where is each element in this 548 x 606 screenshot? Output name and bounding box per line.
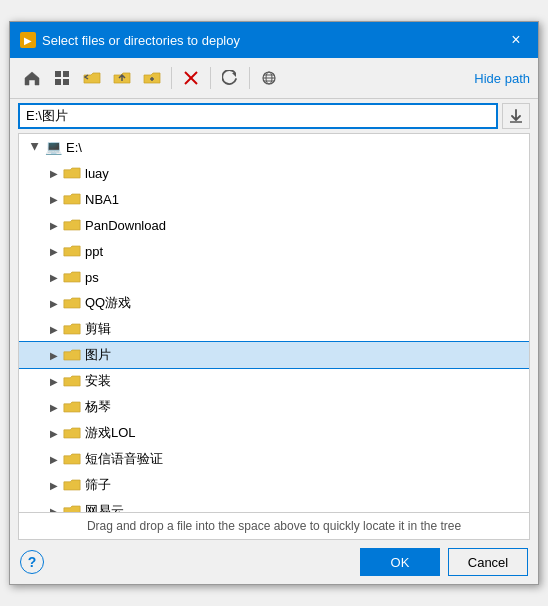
tree-label-duanxin: 短信语音验证 (85, 450, 163, 468)
svg-rect-2 (55, 79, 61, 85)
close-button[interactable]: × (504, 28, 528, 52)
refresh-button[interactable] (216, 64, 244, 92)
folder-icon-yangqin (63, 400, 81, 414)
tree-label-qq-games: QQ游戏 (85, 294, 131, 312)
tree-item-qq-games[interactable]: ▶ QQ游戏 (19, 290, 529, 316)
chevron-youxi-lol[interactable]: ▶ (45, 424, 63, 442)
folder-icon-ppt (63, 244, 81, 258)
folder-icon-ps (63, 270, 81, 284)
tree-item-ppt[interactable]: ▶ ppt (19, 238, 529, 264)
tree-item-tupian[interactable]: ▶ 图片 (19, 342, 529, 368)
chevron-yangqin[interactable]: ▶ (45, 398, 63, 416)
title-bar: ▶ Select files or directories to deploy … (10, 22, 538, 58)
folder-icon-jianji (63, 322, 81, 336)
hide-path-button[interactable]: Hide path (474, 71, 530, 86)
footer: ? OK Cancel (10, 540, 538, 584)
folder-icon-shazi (63, 478, 81, 492)
folder-icon-luay (63, 166, 81, 180)
network-button[interactable] (255, 64, 283, 92)
svg-rect-0 (55, 71, 61, 77)
tree-label-nba1: NBA1 (85, 192, 119, 207)
chevron-ps[interactable]: ▶ (45, 268, 63, 286)
chevron-e-drive[interactable]: ▶ (27, 138, 45, 156)
folder-icon-youxi-lol (63, 426, 81, 440)
tree-label-luay: luay (85, 166, 109, 181)
tree-item-e-drive[interactable]: ▶ 💻 E:\ (19, 134, 529, 160)
app-icon: ▶ (20, 32, 36, 48)
title-bar-left: ▶ Select files or directories to deploy (20, 32, 240, 48)
tree-item-luay[interactable]: ▶ luay (19, 160, 529, 186)
chevron-anzhuang[interactable]: ▶ (45, 372, 63, 390)
drag-hint: Drag and drop a file into the space abov… (18, 513, 530, 540)
tree-label-wangyiyun: 网易云 (85, 502, 124, 513)
grid-button[interactable] (48, 64, 76, 92)
path-bar (10, 99, 538, 133)
tree-label-jianji: 剪辑 (85, 320, 111, 338)
dialog: ▶ Select files or directories to deploy … (9, 21, 539, 585)
file-tree[interactable]: ▶ 💻 E:\ ▶ luay ▶ NBA1 ▶ PanDownload (18, 133, 530, 513)
separator-2 (210, 67, 211, 89)
folder-icon-wangyiyun (63, 504, 81, 513)
tree-item-yangqin[interactable]: ▶ 杨琴 (19, 394, 529, 420)
folder-icon-nba1 (63, 192, 81, 206)
tree-label-ppt: ppt (85, 244, 103, 259)
folder-icon-pandownload (63, 218, 81, 232)
tree-label-pandownload: PanDownload (85, 218, 166, 233)
tree-label-youxi-lol: 游戏LOL (85, 424, 136, 442)
tree-item-duanxin[interactable]: ▶ 短信语音验证 (19, 446, 529, 472)
tree-label-shazi: 筛子 (85, 476, 111, 494)
dialog-title: Select files or directories to deploy (42, 33, 240, 48)
chevron-shazi[interactable]: ▶ (45, 476, 63, 494)
delete-button[interactable] (177, 64, 205, 92)
tree-label-tupian: 图片 (85, 346, 111, 364)
tree-item-pandownload[interactable]: ▶ PanDownload (19, 212, 529, 238)
home-button[interactable] (18, 64, 46, 92)
svg-rect-1 (63, 71, 69, 77)
folder-icon-tupian (63, 348, 81, 362)
folder-icon-duanxin (63, 452, 81, 466)
tree-label-ps: ps (85, 270, 99, 285)
download-button[interactable] (502, 103, 530, 129)
tree-item-shazi[interactable]: ▶ 筛子 (19, 472, 529, 498)
folder-back-button[interactable] (78, 64, 106, 92)
separator-1 (171, 67, 172, 89)
tree-label-e-drive: E:\ (66, 140, 82, 155)
chevron-ppt[interactable]: ▶ (45, 242, 63, 260)
chevron-tupian[interactable]: ▶ (45, 346, 63, 364)
tree-item-anzhuang[interactable]: ▶ 安装 (19, 368, 529, 394)
folder-new-button[interactable] (138, 64, 166, 92)
tree-item-nba1[interactable]: ▶ NBA1 (19, 186, 529, 212)
tree-item-ps[interactable]: ▶ ps (19, 264, 529, 290)
chevron-wangyiyun[interactable]: ▶ (45, 502, 63, 513)
footer-buttons: OK Cancel (360, 548, 528, 576)
chevron-jianji[interactable]: ▶ (45, 320, 63, 338)
chevron-pandownload[interactable]: ▶ (45, 216, 63, 234)
tree-item-youxi-lol[interactable]: ▶ 游戏LOL (19, 420, 529, 446)
folder-icon-qq-games (63, 296, 81, 310)
tree-item-jianji[interactable]: ▶ 剪辑 (19, 316, 529, 342)
ok-button[interactable]: OK (360, 548, 440, 576)
chevron-nba1[interactable]: ▶ (45, 190, 63, 208)
chevron-luay[interactable]: ▶ (45, 164, 63, 182)
chevron-qq-games[interactable]: ▶ (45, 294, 63, 312)
toolbar: Hide path (10, 58, 538, 99)
folder-up-button[interactable] (108, 64, 136, 92)
path-input[interactable] (18, 103, 498, 129)
tree-label-anzhuang: 安装 (85, 372, 111, 390)
separator-3 (249, 67, 250, 89)
tree-item-wangyiyun[interactable]: ▶ 网易云 (19, 498, 529, 513)
help-button[interactable]: ? (20, 550, 44, 574)
svg-rect-3 (63, 79, 69, 85)
chevron-duanxin[interactable]: ▶ (45, 450, 63, 468)
cancel-button[interactable]: Cancel (448, 548, 528, 576)
tree-label-yangqin: 杨琴 (85, 398, 111, 416)
folder-icon-anzhuang (63, 374, 81, 388)
